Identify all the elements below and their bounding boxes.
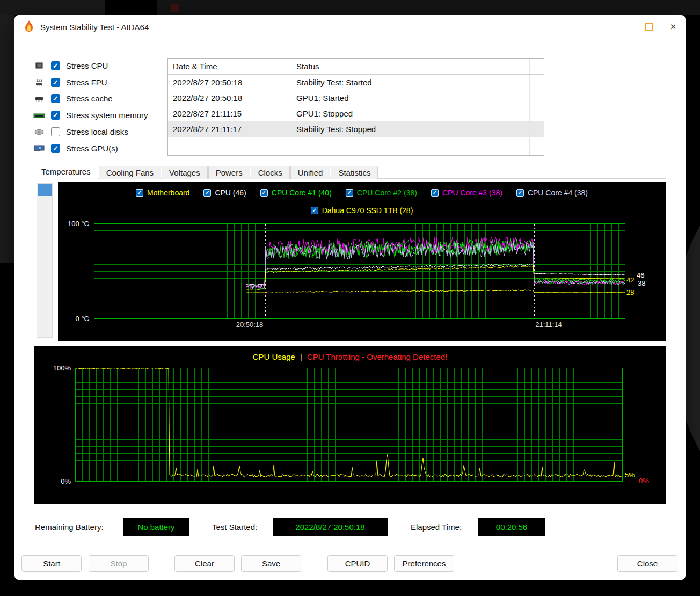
- event-log-table[interactable]: Date & Time Status 2022/8/27 20:50:18 St…: [167, 58, 544, 156]
- tab-powers[interactable]: Powers: [208, 166, 250, 179]
- tab-statistics[interactable]: Statistics: [331, 166, 378, 179]
- legend-core1-label: CPU Core #1 (40): [272, 188, 332, 197]
- cpu-usage-title-row: CPU Usage | CPU Throttling - Overheating…: [34, 352, 666, 361]
- stress-memory-checkbox[interactable]: [51, 111, 60, 120]
- temperatures-tab-pane: Motherboard CPU (46) CPU Core #1 (40) CP…: [34, 178, 666, 347]
- chart-zoom-scrollbar-thumb[interactable]: [38, 184, 52, 196]
- button-label: references: [408, 559, 446, 568]
- cpu-throttling-warning: CPU Throttling - Overheating Detected!: [307, 352, 448, 361]
- legend-ssd-checkbox[interactable]: [311, 207, 318, 214]
- legend-core3-checkbox[interactable]: [431, 189, 439, 197]
- stress-fpu-label: Stress FPU: [66, 78, 107, 87]
- legend-core1-checkbox[interactable]: [260, 189, 268, 197]
- temperature-chart: Motherboard CPU (46) CPU Core #1 (40) CP…: [58, 182, 666, 341]
- tab-clocks[interactable]: Clocks: [251, 166, 290, 179]
- stress-gpu-label: Stress GPU(s): [66, 144, 118, 153]
- sensor-tabs: Temperatures Cooling Fans Voltages Power…: [34, 164, 378, 179]
- remaining-battery-value: No battery: [123, 518, 189, 536]
- legend-motherboard-checkbox[interactable]: [136, 189, 143, 197]
- legend-item: Dahua C970 SSD 1TB (28): [311, 206, 413, 215]
- log-header-date[interactable]: Date & Time: [168, 59, 291, 74]
- maximize-icon: [645, 23, 653, 31]
- button-label: D: [364, 559, 370, 568]
- gpu-icon: [32, 144, 46, 152]
- legend-cpu-checkbox[interactable]: [203, 189, 211, 197]
- temp-current-value: 46: [637, 271, 644, 279]
- legend-cpu-label: CPU (46): [215, 188, 246, 197]
- cpuid-button[interactable]: CPUID: [327, 555, 388, 572]
- stress-cpu-label: Stress CPU: [66, 61, 108, 70]
- stress-gpu-checkbox[interactable]: [51, 144, 60, 153]
- log-cell-status: GPU1: Stopped: [291, 106, 530, 121]
- temperature-legend-row1: Motherboard CPU (46) CPU Core #1 (40) CP…: [58, 188, 666, 197]
- log-scrollbar-gutter: [530, 75, 544, 90]
- fpu-icon: 123: [32, 78, 46, 86]
- aida64-flame-icon: [23, 20, 35, 34]
- legend-core4-label: CPU Core #4 (38): [528, 188, 588, 197]
- tab-temperatures[interactable]: Temperatures: [34, 164, 98, 179]
- preferences-button[interactable]: Preferences: [394, 555, 454, 572]
- log-cell-status: Stability Test: Stopped: [291, 121, 530, 137]
- button-label: top: [116, 559, 127, 568]
- button-accel: P: [403, 559, 408, 568]
- cpu-usage-chart-canvas: [75, 368, 623, 482]
- log-row[interactable]: 2022/8/27 20:50:18 Stability Test: Start…: [168, 75, 544, 90]
- legend-item: CPU Core #4 (38): [516, 188, 588, 197]
- button-label: Cl: [195, 559, 202, 568]
- stop-button[interactable]: Stop: [89, 555, 149, 572]
- temp-current-value: 38: [638, 279, 645, 287]
- tab-cooling-fans[interactable]: Cooling Fans: [99, 166, 161, 179]
- test-started-value: 2022/8/27 20:50:18: [273, 518, 388, 536]
- close-button[interactable]: ✕: [661, 15, 686, 39]
- tab-unified[interactable]: Unified: [290, 166, 331, 179]
- button-label: lose: [643, 559, 658, 568]
- stability-test-window: System Stability Test - AIDA64 – ✕ Stres…: [14, 15, 686, 580]
- temperature-legend-row2: Dahua C970 SSD 1TB (28): [58, 206, 666, 215]
- disk-icon: [32, 128, 46, 136]
- log-scrollbar-gutter: [530, 90, 544, 106]
- cpu-usage-separator: |: [300, 352, 302, 361]
- legend-item: CPU (46): [203, 188, 246, 197]
- log-scrollbar-gutter: [530, 106, 544, 121]
- legend-core4-checkbox[interactable]: [516, 189, 524, 197]
- log-row[interactable]: 2022/8/27 21:11:15 GPU1: Stopped: [168, 106, 544, 121]
- stress-disks-checkbox[interactable]: [51, 127, 60, 136]
- desktop-background-strip: [0, 0, 105, 15]
- minimize-button[interactable]: –: [611, 15, 636, 39]
- button-label: ave: [267, 559, 280, 568]
- maximize-button[interactable]: [636, 15, 661, 39]
- temp-axis-stop-time: 21:11:14: [535, 321, 562, 329]
- cpu-usage-chart: CPU Usage | CPU Throttling - Overheating…: [34, 346, 666, 504]
- legend-ssd-label: Dahua C970 SSD 1TB (28): [322, 206, 413, 215]
- legend-item: CPU Core #1 (40): [260, 188, 332, 197]
- close-bottom-button[interactable]: Close: [617, 555, 677, 572]
- stress-cpu-checkbox[interactable]: [51, 61, 60, 70]
- remaining-battery-label: Remaining Battery:: [35, 522, 104, 532]
- usage-current-value: 5%: [625, 471, 635, 479]
- title-bar[interactable]: System Stability Test - AIDA64 – ✕: [14, 15, 686, 39]
- stress-option-row: Stress CPU: [32, 57, 183, 74]
- clear-button[interactable]: Clear: [174, 555, 235, 572]
- stress-option-row: Stress cache: [32, 91, 183, 107]
- stress-cache-label: Stress cache: [66, 94, 113, 103]
- stress-fpu-checkbox[interactable]: [51, 78, 60, 87]
- stress-option-row: Stress GPU(s): [32, 140, 183, 157]
- button-label: tart: [48, 559, 60, 568]
- legend-core2-checkbox[interactable]: [346, 189, 353, 197]
- log-row[interactable]: 2022/8/27 21:11:17 Stability Test: Stopp…: [168, 121, 544, 137]
- chart-zoom-scrollbar[interactable]: [37, 183, 53, 338]
- stress-cache-checkbox[interactable]: [51, 94, 60, 103]
- save-button[interactable]: Save: [241, 555, 301, 572]
- legend-core2-label: CPU Core #2 (38): [357, 188, 417, 197]
- start-button[interactable]: Start: [21, 555, 82, 572]
- test-started-label: Test Started:: [212, 522, 257, 532]
- button-accel: C: [637, 559, 643, 568]
- log-header-status[interactable]: Status: [291, 59, 530, 74]
- stress-options-panel: Stress CPU 123 Stress FPU Stress cache S…: [32, 57, 183, 157]
- log-row[interactable]: 2022/8/27 20:50:18 GPU1: Started: [168, 90, 544, 106]
- tab-voltages[interactable]: Voltages: [162, 166, 208, 179]
- log-cell-empty: [291, 137, 530, 155]
- legend-motherboard-label: Motherboard: [147, 188, 189, 197]
- log-header-row: Date & Time Status: [168, 59, 544, 75]
- usage-current-value: 0%: [639, 477, 649, 485]
